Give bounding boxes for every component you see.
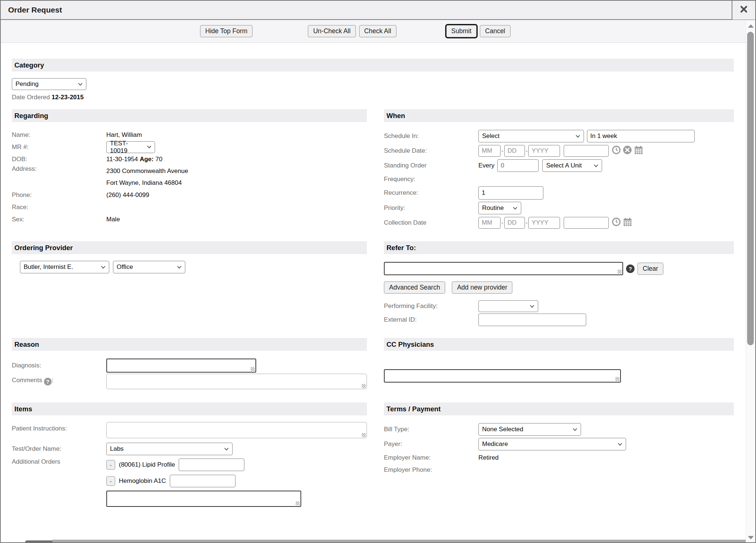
ordering-provider-value: Butler, Internist E. [24,263,73,271]
ordering-provider-select[interactable]: Butler, Internist E. [20,261,109,273]
payer-select[interactable]: Medicare [478,438,626,450]
question-circle-icon[interactable]: ? [626,264,635,273]
chevron-down-icon [78,83,83,86]
remove-order-button[interactable]: - [106,460,115,470]
calendar-icon[interactable] [623,217,632,229]
payer-value: Medicare [482,440,508,448]
category-header: Category [12,59,734,72]
collection-date-dd-input[interactable] [504,217,525,229]
vertical-scrollbar[interactable] [746,21,755,542]
ordering-provider-section: Ordering Provider Butler, Internist E. O… [12,241,367,273]
items-section: Items Patient Instructions: Test/Order N… [12,402,367,509]
address-label: Address: [12,165,106,173]
scroll-up-icon[interactable] [748,24,754,28]
category-heading: Category [14,61,44,69]
bottom-scroll-strip[interactable] [52,540,746,542]
regarding-heading: Regarding [14,112,48,120]
close-button[interactable] [732,0,755,20]
provider-location-value: Office [117,263,133,271]
race-label: Race: [12,204,106,211]
category-select-value: Pending [16,80,38,88]
unit-select[interactable]: Select A Unit [542,159,602,172]
external-id-input[interactable] [478,314,586,326]
order-value-input[interactable] [170,475,236,487]
advanced-search-button[interactable]: Advanced Search [384,281,445,294]
schedule-time-input[interactable] [564,145,609,157]
collection-date-label: Collection Date [384,219,478,226]
patient-instructions-textarea[interactable] [106,422,367,438]
schedule-date-label: Schedule Date: [384,147,478,155]
additional-order-input[interactable] [106,491,301,507]
regarding-section: Regarding Name:Hart, William MR #: TEST-… [12,109,367,225]
schedule-date-yyyy-input[interactable] [528,145,560,157]
check-all-button[interactable]: Check All [359,25,396,37]
every-input[interactable] [497,159,539,172]
test-order-name-label: Test/Order Name: [12,445,106,453]
dob-value: 11-30-1954 [106,156,138,163]
order-value-input[interactable] [179,459,244,471]
resize-grip [251,367,255,371]
schedule-in-select[interactable]: Select [478,130,584,142]
mr-label: MR #: [12,143,106,151]
refer-to-input[interactable] [384,262,623,275]
comments-label: Comments ?: [12,374,106,385]
collection-time-input[interactable] [564,217,609,229]
resize-grip [618,270,622,274]
priority-select[interactable]: Routine [478,202,521,214]
clock-icon[interactable] [612,217,621,228]
chevron-down-icon [530,305,535,308]
schedule-date-mm-input[interactable] [478,145,501,157]
recurrence-input[interactable] [478,186,543,200]
remove-order-button[interactable]: - [106,476,115,486]
category-select[interactable]: Pending [12,78,86,90]
toolbar: Hide Top Form Un-Check All Check All Sub… [1,20,755,43]
phone-value: (260) 444-0099 [106,191,149,199]
date-dash: - [526,147,528,155]
age-label: Age: [140,156,154,163]
scrollbar-thumb[interactable] [747,32,754,345]
chevron-down-icon [177,266,182,269]
diagnosis-input[interactable] [106,359,256,373]
collection-date-mm-input[interactable] [478,217,501,229]
cc-physicians-section: CC Physicians [384,338,734,384]
payer-label: Payer: [384,440,478,448]
mr-select[interactable]: TEST-10019 [106,141,155,153]
order-name: (80061) Lipid Profile [119,461,175,468]
collection-date-yyyy-input[interactable] [528,217,560,229]
standing-order-label: Standing Order [384,162,478,169]
diagnosis-label: Diagnosis: [12,362,106,369]
refer-to-section: Refer To: ? Clear Advanced Search Add ne… [384,241,734,327]
add-new-provider-button[interactable]: Add new provider [452,281,512,294]
test-order-select[interactable]: Labs [106,443,233,455]
refer-to-heading: Refer To: [386,244,416,252]
x-circle-icon[interactable] [623,145,632,156]
provider-location-select[interactable]: Office [113,261,185,273]
schedule-in-text-input[interactable] [587,130,695,142]
comments-textarea[interactable] [106,374,367,389]
name-label: Name: [12,131,106,139]
performing-facility-select[interactable] [478,300,538,312]
recurrence-label: Recurrence: [384,189,478,197]
date-dash: - [526,219,528,226]
uncheck-all-button[interactable]: Un-Check All [308,25,355,37]
submit-button[interactable]: Submit [446,25,477,37]
terms-payment-heading: Terms / Payment [386,405,441,413]
chevron-down-icon [147,145,151,149]
schedule-date-dd-input[interactable] [504,145,525,157]
cc-physicians-input[interactable] [384,369,621,383]
scroll-down-icon[interactable] [748,536,754,539]
every-label: Every [478,162,494,169]
question-circle-icon[interactable]: ? [44,378,52,385]
clear-button[interactable]: Clear [638,263,663,275]
calendar-icon[interactable] [634,145,643,157]
hide-top-form-button[interactable]: Hide Top Form [200,25,252,37]
address-line1: 2300 Commonwealth Avenue [106,165,188,177]
resize-grip [296,501,300,505]
mr-select-value: TEST-10019 [110,140,144,155]
cancel-button[interactable]: Cancel [480,25,510,37]
bill-type-select[interactable]: None Selected [478,423,581,436]
employer-name-label: Employer Name: [384,454,478,461]
clock-icon[interactable] [612,145,621,156]
date-dash: - [501,147,504,155]
resize-grip [362,384,366,388]
